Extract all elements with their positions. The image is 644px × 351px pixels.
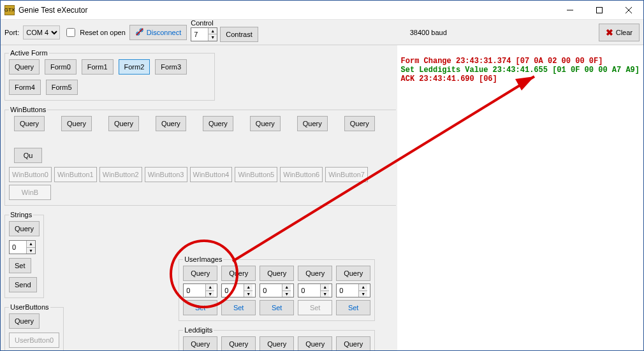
- leddigits-grid-query-2[interactable]: Query: [260, 336, 294, 350]
- userimages-grid-query-1[interactable]: Query: [221, 266, 256, 281]
- userimages-grid-spinbox-1[interactable]: ▲▼: [221, 283, 256, 297]
- userimages-grid-set-0[interactable]: Set: [183, 300, 217, 315]
- maximize-button[interactable]: [585, 1, 614, 20]
- userimages-grid-set-4[interactable]: Set: [336, 300, 370, 315]
- userimages-grid-set-2[interactable]: Set: [260, 300, 294, 315]
- userimages-grid-set-3[interactable]: Set: [298, 300, 332, 315]
- leddigits-grid-query-0[interactable]: Query: [183, 336, 217, 350]
- leddigits-group: Leddigits QueryQueryQueryQueryQuery▲▼▲▼▲…: [179, 326, 375, 350]
- strings-set-button[interactable]: Set: [9, 258, 31, 273]
- winbutton-1[interactable]: WinButton1: [54, 167, 97, 182]
- contrast-button[interactable]: Contrast: [220, 27, 258, 42]
- chevron-down-icon[interactable]: ▼: [209, 34, 217, 41]
- titlebar: GTX Genie Test eXecutor: [1, 1, 643, 20]
- active-form-group: Active Form QueryForm0Form1Form2Form3For…: [4, 49, 215, 101]
- active-form-legend: Active Form: [9, 49, 49, 57]
- control-label: Control: [191, 19, 213, 27]
- port-select[interactable]: COM 4: [23, 25, 60, 39]
- userimages-grid-query-4[interactable]: Query: [336, 266, 370, 281]
- userimages-grid-spinbox-4[interactable]: ▲▼: [336, 283, 370, 297]
- port-label: Port:: [4, 29, 19, 36]
- winbutton-6[interactable]: WinButton6: [280, 167, 323, 182]
- winbutton-7[interactable]: WinButton7: [325, 167, 368, 182]
- form-tab-form0[interactable]: Form0: [45, 59, 77, 75]
- strings-spinbox[interactable]: ▲▼: [9, 240, 36, 254]
- leddigits-grid-query-4[interactable]: Query: [336, 336, 370, 350]
- chevron-up-icon[interactable]: ▲: [209, 28, 217, 35]
- userimages-grid-query-3[interactable]: Query: [298, 266, 332, 281]
- reset-on-open-checkbox[interactable]: [66, 28, 75, 37]
- winbutton-2[interactable]: WinButton2: [99, 167, 142, 182]
- winbutton-query-4[interactable]: Query: [203, 116, 233, 131]
- close-icon: [626, 7, 632, 13]
- baud-text: 38400 baud: [262, 29, 595, 36]
- userimages-grid-set-1[interactable]: Set: [221, 300, 256, 315]
- winbutton-4[interactable]: WinButton4: [190, 167, 233, 182]
- winbutton-0[interactable]: WinButton0: [9, 167, 52, 182]
- winbutton-query-6[interactable]: Query: [297, 116, 328, 131]
- log-line: Set Leddigits Value 23:43:41.655 [01 0F …: [401, 66, 640, 75]
- clear-icon: ✖: [606, 28, 613, 37]
- strings-group: Strings Query ▲▼ Set Send: [4, 211, 44, 298]
- strings-legend: Strings: [9, 211, 33, 218]
- userimages-group: UserImages QueryQueryQueryQueryQuery▲▼▲▼…: [179, 255, 375, 321]
- toolbar: Port: COM 4 Reset on open Disconnect Con…: [1, 20, 643, 45]
- form-tab-form1[interactable]: Form1: [82, 59, 113, 75]
- log-pane: Form Change 23:43:31.374 [07 0A 02 00 00…: [396, 45, 643, 350]
- winbutton-query-8[interactable]: Qu: [14, 148, 42, 163]
- winbutton-query-5[interactable]: Query: [250, 116, 281, 131]
- leddigits-legend: Leddigits: [183, 326, 214, 334]
- winbutton-query-0[interactable]: Query: [14, 116, 45, 131]
- window-title: Genie Test eXecutor: [18, 6, 88, 15]
- userimages-grid-query-0[interactable]: Query: [183, 266, 217, 281]
- control-spinbox[interactable]: ▲▼: [191, 27, 217, 41]
- userimages-grid-spinbox-3[interactable]: ▲▼: [298, 283, 332, 297]
- userbuttons-legend: UserButtons: [9, 303, 50, 311]
- log-line: ACK 23:43:41.690 [06]: [401, 75, 497, 83]
- active-form-query-button[interactable]: Query: [9, 59, 40, 75]
- winbuttons-group: WinButtons QueryQueryQueryQueryQueryQuer…: [4, 106, 396, 206]
- form-tab-form5[interactable]: Form5: [46, 80, 78, 95]
- winbutton-3[interactable]: WinButton3: [145, 167, 187, 182]
- svg-rect-1: [597, 7, 603, 13]
- disconnect-icon: [135, 27, 144, 38]
- app-icon: GTX: [4, 5, 15, 15]
- userbuttons-query-button[interactable]: Query: [9, 313, 40, 329]
- minimize-icon: [567, 7, 573, 13]
- winbutton-8[interactable]: WinB: [9, 185, 51, 200]
- log-line: Form Change 23:43:31.374 [07 0A 02 00 00…: [401, 57, 603, 66]
- control-value[interactable]: [191, 28, 208, 41]
- leddigits-grid-query-3[interactable]: Query: [298, 336, 332, 350]
- form-tab-form4[interactable]: Form4: [9, 80, 41, 95]
- userbuttons-group: UserButtons Query UserButton0 ▲▼ Set Blo…: [4, 303, 64, 350]
- reset-on-open-label: Reset on open: [80, 29, 126, 36]
- winbutton-5[interactable]: WinButton5: [235, 167, 277, 182]
- maximize-icon: [596, 7, 603, 13]
- minimize-button[interactable]: [555, 1, 585, 20]
- leddigits-grid-query-1[interactable]: Query: [221, 336, 256, 350]
- winbutton-query-7[interactable]: Query: [344, 116, 375, 131]
- userimages-grid-spinbox-0[interactable]: ▲▼: [183, 283, 217, 297]
- controls-pane: Active Form QueryForm0Form1Form2Form3For…: [1, 45, 396, 350]
- userimages-legend: UserImages: [183, 255, 223, 263]
- strings-query-button[interactable]: Query: [9, 221, 40, 236]
- disconnect-button[interactable]: Disconnect: [129, 25, 187, 40]
- winbutton-query-2[interactable]: Query: [108, 116, 139, 131]
- clear-button[interactable]: ✖ Clear: [599, 24, 640, 41]
- userimages-grid-spinbox-2[interactable]: ▲▼: [260, 283, 294, 297]
- strings-send-button[interactable]: Send: [9, 277, 37, 292]
- userbutton0-button[interactable]: UserButton0: [9, 333, 59, 348]
- form-tab-form2[interactable]: Form2: [119, 59, 150, 75]
- winbutton-query-1[interactable]: Query: [61, 116, 92, 131]
- userimages-grid-query-2[interactable]: Query: [260, 266, 294, 281]
- form-tab-form3[interactable]: Form3: [155, 59, 187, 75]
- winbuttons-legend: WinButtons: [9, 106, 47, 113]
- close-button[interactable]: [614, 1, 643, 20]
- winbutton-query-3[interactable]: Query: [156, 116, 186, 131]
